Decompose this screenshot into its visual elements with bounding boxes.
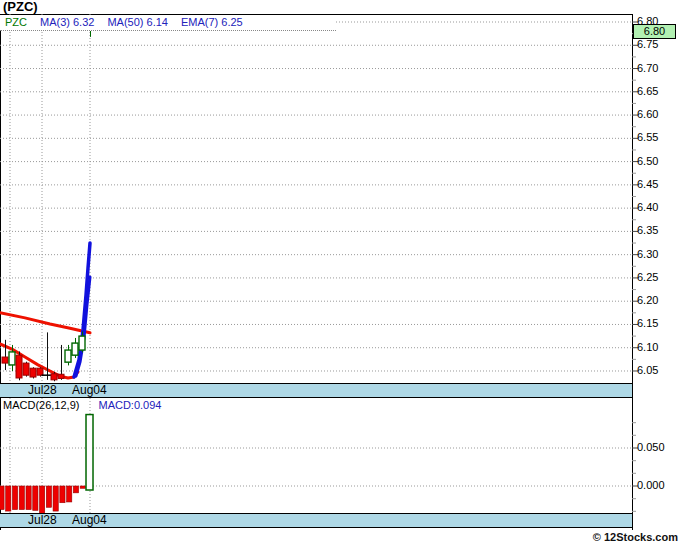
copyright: © 12Stocks.com	[593, 531, 678, 543]
candle-body-down	[2, 357, 8, 363]
macd-bar-negative	[67, 486, 72, 502]
ma-line-ma(50)	[0, 313, 90, 333]
y-axis-label: 6.60	[637, 108, 679, 121]
macd-bar-negative	[33, 486, 38, 510]
y-axis-label: 6.40	[637, 201, 679, 214]
candle-body-up	[9, 352, 15, 365]
candle-body-down	[30, 368, 36, 377]
y-axis-label: 6.65	[637, 85, 679, 98]
candle-body-down	[37, 368, 43, 375]
macd-bar-negative	[19, 486, 24, 510]
y-axis-label: 6.70	[637, 62, 679, 75]
current-price-badge: 6.80	[633, 24, 676, 39]
candle-body-up	[65, 350, 71, 362]
candle-body-down	[58, 374, 64, 378]
macd-header: MACD(26,12,9) MACD:0.094	[3, 399, 161, 412]
macd-bar-negative	[80, 486, 85, 488]
x-axis-label: Aug04	[72, 514, 107, 527]
chart-canvas	[0, 0, 680, 546]
y-axis-label: 6.75	[637, 38, 679, 51]
macd-axis-label: 0.050	[637, 441, 679, 454]
macd-bar-positive	[86, 415, 93, 490]
x-axis-label: Jul28	[28, 384, 57, 397]
macd-bar-negative	[53, 486, 58, 511]
y-axis-label: 6.30	[637, 248, 679, 261]
macd-bar-negative	[26, 486, 31, 510]
y-axis-label: 6.35	[637, 224, 679, 237]
macd-bar-negative	[6, 486, 11, 511]
legend-item: MA(50) 6.14	[107, 15, 168, 30]
macd-value-label: MACD:0.094	[98, 399, 161, 411]
y-axis-label: 6.05	[637, 364, 679, 377]
macd-axis-label: 0.000	[637, 479, 679, 492]
macd-bar-negative	[46, 486, 51, 507]
candle-body-up	[79, 336, 85, 350]
candle-body-down	[51, 374, 57, 380]
candle-body-down	[16, 355, 22, 378]
legend-item: MA(3) 6.32	[40, 15, 94, 30]
x-axis-label: Jul28	[28, 514, 57, 527]
main-chart-legend: PZCMA(3) 6.32MA(50) 6.14EMA(7) 6.25	[0, 15, 336, 31]
candle-body-up	[72, 343, 78, 355]
y-axis-label: 6.25	[637, 271, 679, 284]
y-axis-label: 6.45	[637, 178, 679, 191]
macd-bar-negative	[60, 486, 65, 503]
macd-bar-negative	[40, 486, 45, 513]
y-axis-label: 6.50	[637, 155, 679, 168]
legend-item: EMA(7) 6.25	[181, 15, 243, 30]
y-axis-label: 6.20	[637, 294, 679, 307]
macd-date-band: Jul28 Aug04	[0, 513, 632, 528]
y-axis-label: 6.10	[637, 341, 679, 354]
stock-chart-window: (PZC) PZCMA(3) 6.32MA(50) 6.14EMA(7) 6.2…	[0, 0, 680, 546]
macd-params-label: MACD(26,12,9)	[3, 399, 79, 411]
x-axis-label: Aug04	[72, 384, 107, 397]
macd-bar-negative	[12, 486, 17, 510]
y-axis-label: 6.55	[637, 131, 679, 144]
main-date-band: Jul28 Aug04	[0, 383, 632, 398]
macd-bar-negative	[73, 486, 78, 493]
candle-body-down	[23, 363, 29, 375]
legend-item: PZC	[5, 15, 27, 30]
y-axis-label: 6.15	[637, 317, 679, 330]
macd-bar-negative	[0, 486, 4, 510]
